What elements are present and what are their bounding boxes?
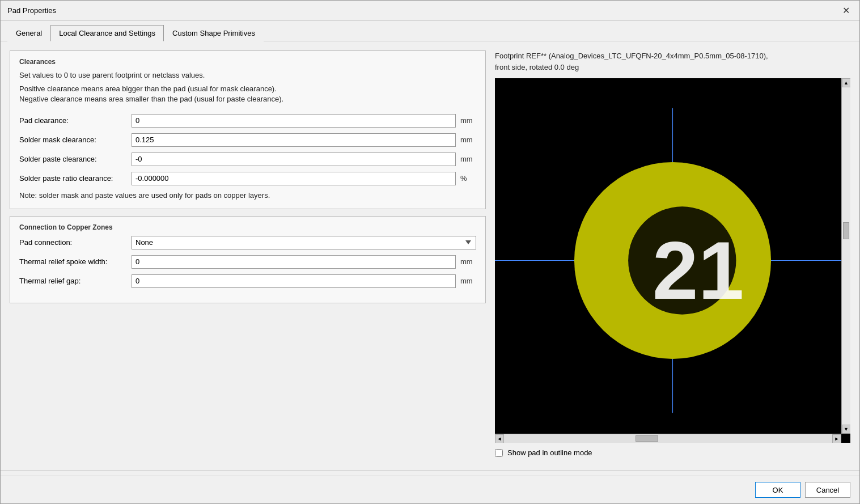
- solder-mask-label: Solder mask clearance:: [19, 135, 127, 144]
- outline-mode-label: Show pad in outline mode: [507, 448, 592, 457]
- pad-clearance-unit: mm: [460, 116, 476, 125]
- outline-mode-row: Show pad in outline mode: [495, 448, 850, 457]
- scroll-v-track[interactable]: [842, 87, 850, 425]
- solder-mask-input[interactable]: [132, 133, 456, 147]
- thermal-gap-unit: mm: [460, 277, 476, 285]
- scroll-down-button[interactable]: ▼: [842, 425, 851, 434]
- solder-paste-unit: mm: [460, 155, 476, 163]
- info-text-2: Positive clearance means area bigger tha…: [19, 84, 476, 104]
- vertical-scrollbar[interactable]: ▲ ▼: [841, 78, 850, 434]
- scroll-h-thumb[interactable]: [636, 435, 658, 442]
- solder-paste-input[interactable]: [132, 153, 456, 166]
- pad-clearance-label: Pad clearance:: [19, 116, 127, 125]
- footprint-info: Footprint REF** (Analog_Devices_LTC_UFQF…: [495, 50, 850, 73]
- info-text-1: Set values to 0 to use parent footprint …: [19, 70, 476, 81]
- solder-paste-ratio-label: Solder paste ratio clearance:: [19, 174, 127, 183]
- solder-paste-ratio-input[interactable]: [132, 172, 456, 185]
- clearances-title: Clearances: [19, 58, 476, 66]
- solder-paste-label: Solder paste clearance:: [19, 155, 127, 163]
- right-panel: Footprint REF** (Analog_Devices_LTC_UFQF…: [495, 50, 850, 457]
- preview-canvas: 21 ▲ ▼ ◄ ►: [495, 78, 850, 443]
- pad-connection-select[interactable]: None Thermal Relief Solid: [132, 236, 476, 249]
- outline-mode-checkbox[interactable]: [495, 449, 503, 457]
- thermal-spoke-input[interactable]: [132, 255, 456, 269]
- main-content: Clearances Set values to 0 to use parent…: [1, 41, 859, 466]
- pad-connection-label: Pad connection:: [19, 238, 127, 247]
- ok-button[interactable]: OK: [755, 482, 800, 498]
- pad-clearance-row: Pad clearance: mm: [19, 114, 476, 128]
- title-bar: Pad Properties ✕: [1, 1, 859, 21]
- solder-paste-ratio-row: Solder paste ratio clearance: %: [19, 172, 476, 185]
- solder-mask-clearance-row: Solder mask clearance: mm: [19, 133, 476, 147]
- scroll-v-thumb[interactable]: [843, 222, 849, 239]
- dialog-title: Pad Properties: [7, 6, 56, 15]
- bottom-divider: [1, 471, 859, 471]
- thermal-gap-label: Thermal relief gap:: [19, 277, 127, 285]
- copper-zones-title: Connection to Copper Zones: [19, 223, 476, 231]
- tab-custom-shape[interactable]: Custom Shape Primitives: [164, 25, 264, 41]
- scroll-h-track[interactable]: [504, 434, 832, 443]
- clearances-section: Clearances Set values to 0 to use parent…: [10, 50, 486, 209]
- close-button[interactable]: ✕: [839, 4, 853, 18]
- left-panel: Clearances Set values to 0 to use parent…: [10, 50, 486, 457]
- pad-connection-row: Pad connection: None Thermal Relief Soli…: [19, 236, 476, 249]
- tab-local-clearance[interactable]: Local Clearance and Settings: [50, 25, 164, 41]
- thermal-spoke-row: Thermal relief spoke width: mm: [19, 255, 476, 269]
- pad-properties-dialog: Pad Properties ✕ General Local Clearance…: [0, 0, 860, 504]
- tab-bar: General Local Clearance and Settings Cus…: [1, 21, 859, 41]
- bottom-bar: OK Cancel: [1, 476, 859, 503]
- thermal-gap-row: Thermal relief gap: mm: [19, 274, 476, 288]
- cancel-button[interactable]: Cancel: [805, 482, 850, 498]
- preview-svg: 21: [495, 78, 850, 443]
- thermal-gap-input[interactable]: [132, 274, 456, 288]
- thermal-spoke-label: Thermal relief spoke width:: [19, 257, 127, 266]
- solder-mask-unit: mm: [460, 135, 476, 144]
- solder-paste-clearance-row: Solder paste clearance: mm: [19, 153, 476, 166]
- note-text: Note: solder mask and paste values are u…: [19, 191, 476, 200]
- pad-clearance-input[interactable]: [132, 114, 456, 128]
- tab-general[interactable]: General: [7, 25, 50, 41]
- horizontal-scrollbar[interactable]: ◄ ►: [495, 434, 841, 443]
- scroll-right-button[interactable]: ►: [832, 434, 841, 443]
- scroll-up-button[interactable]: ▲: [842, 78, 851, 87]
- solder-paste-ratio-unit: %: [460, 174, 476, 183]
- thermal-spoke-unit: mm: [460, 257, 476, 266]
- copper-zones-section: Connection to Copper Zones Pad connectio…: [10, 216, 486, 303]
- svg-text:21: 21: [653, 224, 744, 316]
- scroll-left-button[interactable]: ◄: [495, 434, 504, 443]
